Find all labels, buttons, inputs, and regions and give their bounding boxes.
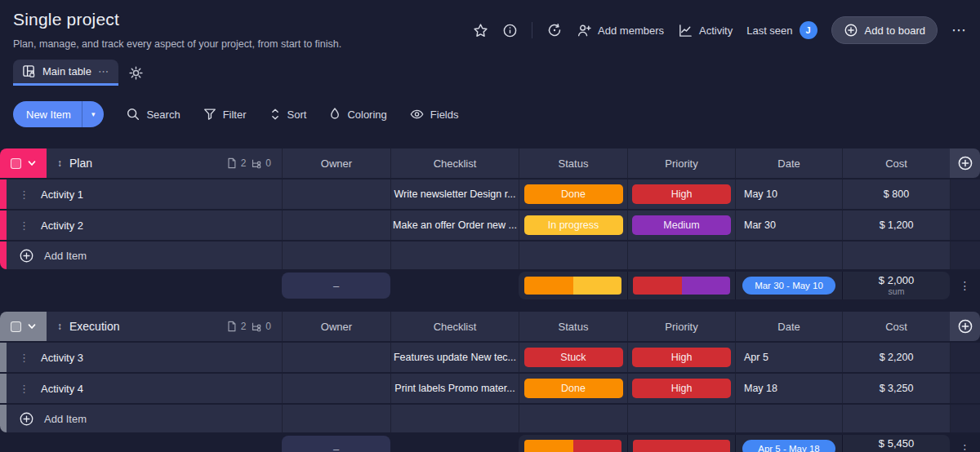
sort-button[interactable]: Sort	[269, 107, 307, 122]
group-color-strip	[0, 210, 7, 240]
add-to-board-button[interactable]: Add to board	[831, 16, 938, 44]
group-checkbox[interactable]	[11, 321, 21, 332]
group-name[interactable]: Execution	[69, 320, 119, 333]
add-members-button[interactable]: Add members	[577, 23, 664, 38]
add-item-cell[interactable]: Add Item	[7, 242, 282, 269]
item-name[interactable]: Activity 2	[41, 219, 83, 232]
board-menu-button[interactable]: ⋯	[951, 23, 967, 38]
column-header-checklist[interactable]: Checklist	[390, 148, 519, 178]
priority-cell[interactable]: High	[627, 374, 735, 403]
column-header-checklist[interactable]: Checklist	[390, 312, 519, 341]
column-header-owner[interactable]: Owner	[282, 148, 390, 178]
priority-pill[interactable]: High	[632, 184, 731, 204]
item-name[interactable]: Activity 4	[41, 383, 83, 395]
integrate-button[interactable]	[546, 22, 563, 38]
priority-cell[interactable]: High	[627, 343, 735, 372]
board-settings-button[interactable]	[128, 65, 144, 81]
column-header-owner[interactable]: Owner	[282, 312, 390, 341]
group-collapse-block[interactable]	[0, 148, 47, 178]
item-name[interactable]: Activity 1	[41, 188, 83, 201]
owner-cell[interactable]	[282, 343, 390, 372]
date-cell[interactable]: May 18	[735, 374, 842, 403]
priority-cell[interactable]: Medium	[627, 210, 735, 240]
item-name-cell[interactable]: ⋮ Activity 4	[7, 374, 282, 403]
add-item-cell[interactable]: Add Item	[7, 405, 282, 432]
status-pill[interactable]: Done	[524, 379, 623, 398]
status-pill[interactable]: In progress	[524, 215, 623, 235]
add-column-button[interactable]	[950, 312, 980, 341]
column-header-cost[interactable]: Cost	[842, 148, 950, 178]
add-item-row[interactable]: Add Item	[0, 405, 980, 432]
new-item-button[interactable]: New Item ▾	[13, 101, 104, 127]
group-title-cell[interactable]: ↕ Plan 2 0	[47, 148, 282, 178]
group-collapse-block[interactable]	[0, 312, 47, 341]
column-header-priority[interactable]: Priority	[627, 148, 735, 178]
status-cell[interactable]: Done	[519, 179, 627, 209]
drag-handle-icon[interactable]: ↕	[57, 321, 62, 332]
column-header-cost[interactable]: Cost	[842, 312, 950, 341]
favorite-button[interactable]	[473, 23, 488, 38]
drag-handle-icon[interactable]: ↕	[57, 157, 62, 169]
item-name-cell[interactable]: ⋮ Activity 3	[7, 343, 282, 372]
summary-menu-icon[interactable]: ⋮	[950, 279, 980, 292]
column-header-date[interactable]: Date	[735, 312, 842, 341]
group-checkbox[interactable]	[11, 158, 21, 169]
priority-pill[interactable]: High	[632, 379, 731, 398]
checklist-cell[interactable]: Write newsletter Design r...	[390, 179, 519, 209]
status-pill[interactable]: Stuck	[524, 348, 623, 367]
row-menu-icon[interactable]: ⋮	[19, 352, 29, 363]
date-cell[interactable]: Apr 5	[735, 343, 842, 372]
status-cell[interactable]: Stuck	[519, 343, 627, 372]
date-cell[interactable]: May 10	[735, 179, 842, 209]
checklist-cell[interactable]: Make an offer Order new ...	[390, 210, 519, 240]
status-pill[interactable]: Done	[524, 184, 623, 204]
priority-cell[interactable]: High	[627, 179, 735, 209]
fields-button[interactable]: Fields	[409, 107, 459, 122]
owner-cell[interactable]	[282, 374, 390, 403]
column-header-status[interactable]: Status	[519, 312, 627, 341]
empty-cell	[282, 405, 390, 432]
add-column-button[interactable]	[950, 148, 980, 178]
priority-pill[interactable]: High	[632, 348, 731, 367]
checklist-cell[interactable]: Print labels Promo mater...	[390, 374, 519, 403]
item-name-cell[interactable]: ⋮ Activity 2	[7, 210, 282, 240]
info-button[interactable]	[502, 23, 518, 38]
column-header-priority[interactable]: Priority	[627, 312, 735, 341]
activity-button[interactable]: Activity	[678, 23, 733, 38]
cost-cell[interactable]: $ 800	[842, 179, 950, 209]
priority-pill[interactable]: Medium	[632, 215, 731, 235]
row-menu-icon[interactable]: ⋮	[19, 383, 29, 394]
group-name[interactable]: Plan	[69, 157, 92, 170]
summary-priority-cell[interactable]	[627, 435, 735, 452]
item-name[interactable]: Activity 3	[41, 352, 83, 364]
last-seen[interactable]: Last seen J	[746, 21, 817, 39]
coloring-button[interactable]: Coloring	[328, 107, 386, 122]
summary-status-cell[interactable]	[519, 435, 627, 452]
summary-menu-icon[interactable]: ⋮	[950, 442, 980, 452]
checklist-cell[interactable]: Features update New tec...	[390, 343, 519, 372]
group-title-cell[interactable]: ↕ Execution 2 0	[47, 312, 282, 341]
status-cell[interactable]: Done	[519, 374, 627, 403]
owner-cell[interactable]	[282, 210, 390, 240]
summary-status-cell[interactable]	[519, 272, 627, 299]
owner-cell[interactable]	[282, 179, 390, 209]
avatar[interactable]: J	[800, 21, 817, 39]
filter-button[interactable]: Filter	[203, 107, 247, 122]
date-cell[interactable]: Mar 30	[735, 210, 842, 240]
item-name-cell[interactable]: ⋮ Activity 1	[7, 179, 282, 209]
caret-down-icon[interactable]: ▾	[82, 101, 105, 127]
tab-menu-icon[interactable]: ⋯	[98, 65, 109, 78]
empty-cell	[282, 242, 390, 269]
column-header-status[interactable]: Status	[519, 148, 627, 178]
row-menu-icon[interactable]: ⋮	[19, 189, 29, 200]
cost-cell[interactable]: $ 2,200	[842, 343, 950, 372]
column-header-date[interactable]: Date	[735, 148, 842, 178]
cost-cell[interactable]: $ 3,250	[842, 374, 950, 403]
row-menu-icon[interactable]: ⋮	[19, 220, 29, 231]
add-item-row[interactable]: Add Item	[0, 242, 980, 269]
tab-main-table[interactable]: Main table ⋯	[13, 60, 118, 86]
status-cell[interactable]: In progress	[519, 210, 627, 240]
summary-priority-cell[interactable]	[627, 272, 735, 299]
cost-cell[interactable]: $ 1,200	[842, 210, 950, 240]
search-button[interactable]: Search	[126, 107, 180, 122]
